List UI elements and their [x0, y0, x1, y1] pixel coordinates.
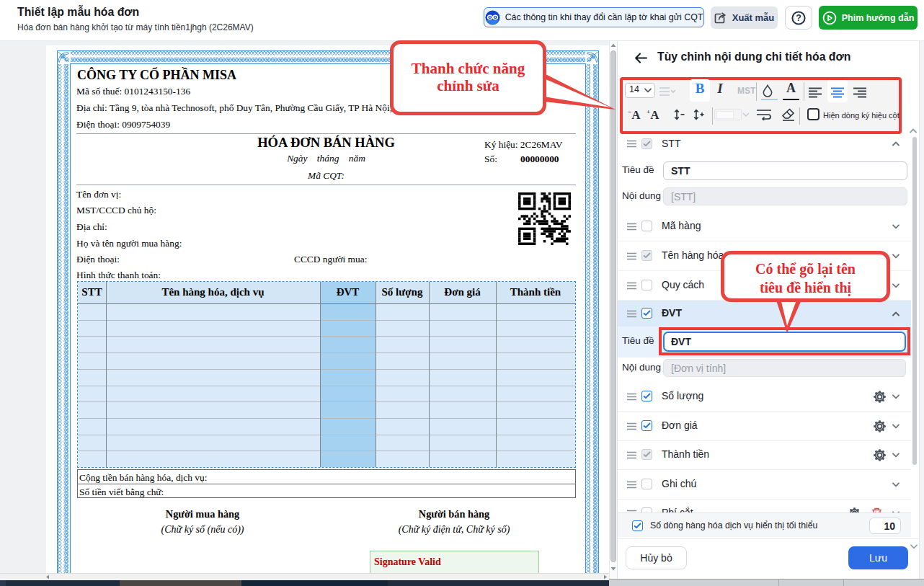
svg-text:?: ? — [796, 13, 801, 23]
